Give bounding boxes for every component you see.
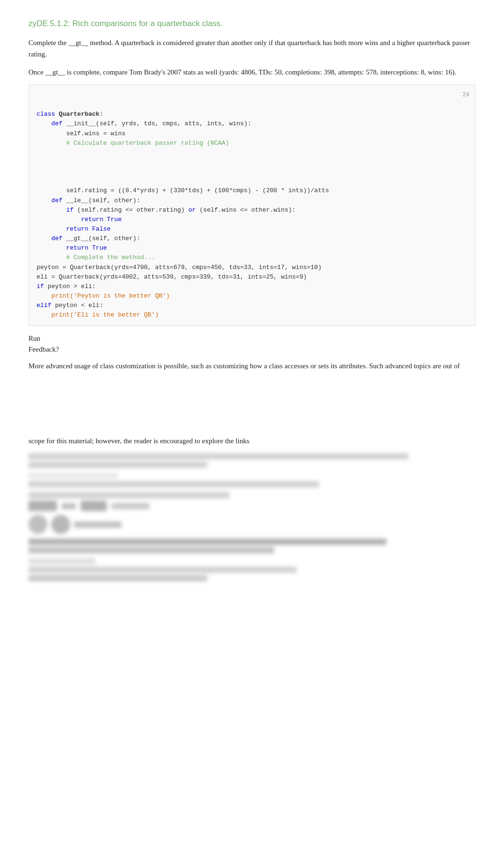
more-text: More advanced usage of class customizati…	[28, 360, 476, 372]
intro-paragraph-1: Complete the __gt__ method. A quarterbac…	[28, 37, 476, 60]
scope-text: scope for this material; however, the re…	[28, 435, 476, 447]
code-editor[interactable]: 24 class Quarterback: def __init__(self,…	[28, 84, 476, 326]
page-title: zyDE 5.1.2: Rich comparisons for a quart…	[28, 19, 476, 28]
feedback-label: Feedback?	[28, 345, 476, 354]
intro-paragraph-2: Once __gt__ is complete, compare Tom Bra…	[28, 66, 476, 78]
blurred-content-area	[28, 453, 476, 581]
line-number: 24	[463, 91, 469, 100]
run-label[interactable]: Run	[28, 335, 476, 343]
